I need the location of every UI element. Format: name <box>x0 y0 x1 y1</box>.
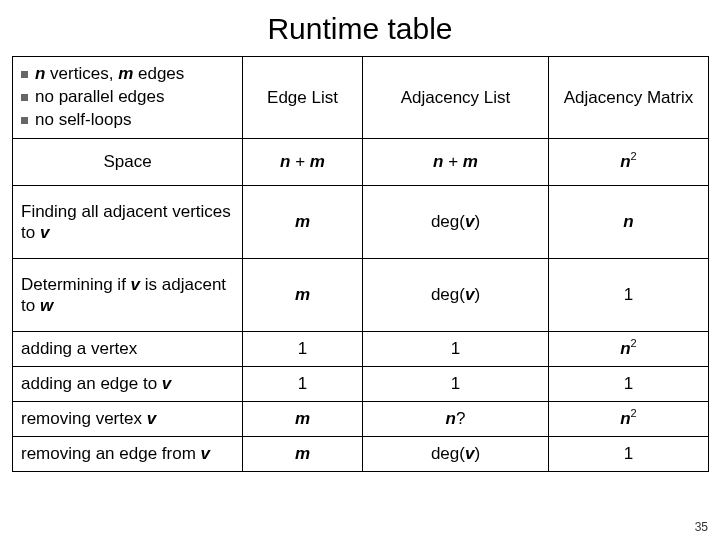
cell: 1 <box>363 366 549 401</box>
slide: Runtime table n vertices, m edges no par… <box>0 0 720 540</box>
cell: n2 <box>549 331 709 366</box>
cell: n? <box>363 401 549 436</box>
row-label: Finding all adjacent vertices to v <box>13 185 243 258</box>
cell: m <box>243 258 363 331</box>
assumption-item: n vertices, m edges <box>21 63 234 86</box>
cell: deg(v) <box>363 258 549 331</box>
cell: n <box>549 185 709 258</box>
row-label: adding an edge to v <box>13 366 243 401</box>
cell: 1 <box>549 366 709 401</box>
table-header-row: n vertices, m edges no parallel edges no… <box>13 57 709 139</box>
row-label: removing vertex v <box>13 401 243 436</box>
column-header-adjacency-list: Adjacency List <box>363 57 549 139</box>
page-number: 35 <box>695 520 708 534</box>
assumption-item: no parallel edges <box>21 86 234 109</box>
assumption-item: no self-loops <box>21 109 234 132</box>
table-row: Finding all adjacent vertices to v m deg… <box>13 185 709 258</box>
row-label-space: Space <box>13 138 243 185</box>
column-header-edge-list: Edge List <box>243 57 363 139</box>
table-row: Space n + m n + m n2 <box>13 138 709 185</box>
cell: m <box>243 436 363 471</box>
table-row: adding an edge to v 1 1 1 <box>13 366 709 401</box>
cell: n2 <box>549 401 709 436</box>
cell: deg(v) <box>363 185 549 258</box>
row-label: removing an edge from v <box>13 436 243 471</box>
row-label: adding a vertex <box>13 331 243 366</box>
cell: 1 <box>549 436 709 471</box>
cell: deg(v) <box>363 436 549 471</box>
cell: n + m <box>243 138 363 185</box>
row-label: Determining if v is adjacent to w <box>13 258 243 331</box>
table-row: removing vertex v m n? n2 <box>13 401 709 436</box>
runtime-table: n vertices, m edges no parallel edges no… <box>12 56 709 472</box>
table-row: removing an edge from v m deg(v) 1 <box>13 436 709 471</box>
column-header-adjacency-matrix: Adjacency Matrix <box>549 57 709 139</box>
cell: 1 <box>363 331 549 366</box>
cell: 1 <box>243 331 363 366</box>
table-row: adding a vertex 1 1 n2 <box>13 331 709 366</box>
cell: n + m <box>363 138 549 185</box>
cell: m <box>243 185 363 258</box>
table-row: Determining if v is adjacent to w m deg(… <box>13 258 709 331</box>
assumptions-list: n vertices, m edges no parallel edges no… <box>21 63 234 132</box>
cell: n2 <box>549 138 709 185</box>
var-n: n <box>35 64 45 83</box>
slide-title: Runtime table <box>12 12 708 46</box>
assumption-text: edges <box>133 64 184 83</box>
cell: 1 <box>549 258 709 331</box>
cell: 1 <box>243 366 363 401</box>
assumptions-cell: n vertices, m edges no parallel edges no… <box>13 57 243 139</box>
assumption-text: vertices, <box>45 64 118 83</box>
cell: m <box>243 401 363 436</box>
var-m: m <box>118 64 133 83</box>
